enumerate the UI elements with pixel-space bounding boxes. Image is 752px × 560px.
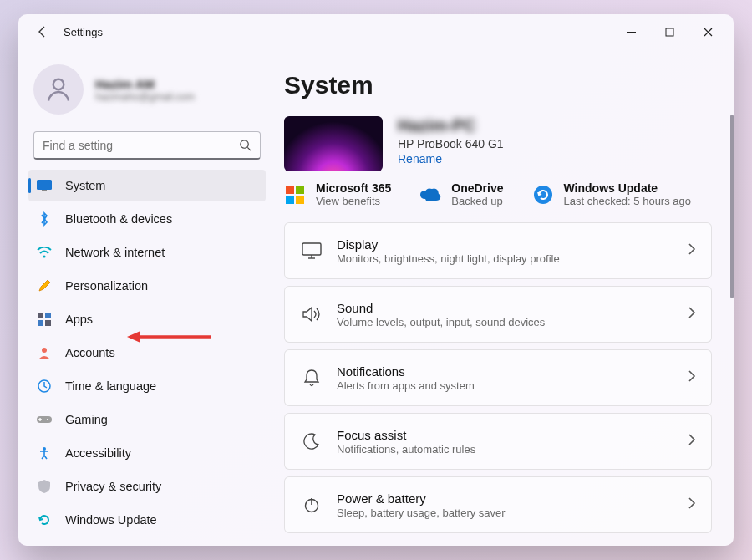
sidebar-item-label: Bluetooth & devices [65, 212, 172, 226]
svg-rect-20 [296, 196, 304, 204]
back-button[interactable] [28, 18, 57, 46]
svg-rect-18 [296, 186, 304, 194]
update-circle-icon [532, 184, 554, 206]
chevron-right-icon [688, 243, 696, 258]
system-icon [37, 178, 52, 193]
svg-point-7 [43, 255, 45, 257]
sidebar-item-label: Personalization [65, 279, 148, 293]
sidebar-item-accessibility[interactable]: Accessibility [28, 437, 266, 469]
minimize-icon [627, 28, 636, 37]
search-icon [239, 139, 252, 151]
settings-window: Settings Hazim AM hazimaho@gmail.com [18, 14, 734, 546]
globe-clock-icon [37, 379, 52, 394]
svg-point-12 [42, 348, 47, 353]
quicklink-microsoft365[interactable]: Microsoft 365View benefits [284, 181, 391, 207]
pc-summary: Hazim-PC HP ProBook 640 G1 Rename [284, 116, 712, 171]
wallpaper-thumb [284, 116, 383, 171]
onedrive-icon [419, 184, 441, 206]
svg-rect-6 [42, 190, 47, 191]
sidebar-item-gaming[interactable]: Gaming [28, 404, 266, 435]
search-input[interactable] [43, 139, 239, 152]
sidebar-item-label: Apps [65, 313, 93, 326]
sidebar-item-label: Privacy & security [65, 480, 161, 493]
svg-line-4 [247, 147, 251, 150]
quicklink-sub: Backed up [451, 195, 503, 207]
close-icon [704, 28, 713, 37]
sidebar-item-label: Accounts [65, 346, 115, 359]
sidebar: Hazim AM hazimaho@gmail.com System Bluet… [18, 49, 276, 546]
quicklink-sub: Last checked: 5 hours ago [564, 195, 692, 207]
sidebar-item-accounts[interactable]: Accounts [28, 337, 266, 369]
back-arrow-icon [36, 25, 49, 38]
sidebar-item-bluetooth[interactable]: Bluetooth & devices [28, 203, 266, 235]
card-sound[interactable]: SoundVolume levels, output, input, sound… [284, 286, 712, 343]
card-sub: Volume levels, output, input, sound devi… [337, 316, 545, 328]
chevron-right-icon [688, 370, 696, 385]
card-focus-assist[interactable]: Focus assistNotifications, automatic rul… [284, 413, 712, 470]
pc-name: Hazim-PC [398, 116, 504, 135]
pc-info: Hazim-PC HP ProBook 640 G1 Rename [398, 116, 504, 165]
svg-rect-22 [302, 243, 321, 255]
svg-point-3 [241, 140, 248, 148]
profile-email: hazimaho@gmail.com [95, 91, 195, 103]
rename-link[interactable]: Rename [398, 152, 504, 165]
moon-icon [297, 433, 327, 450]
card-title: Display [337, 237, 560, 252]
card-display[interactable]: DisplayMonitors, brightness, night light… [284, 222, 712, 279]
card-notifications[interactable]: NotificationsAlerts from apps and system [284, 349, 712, 406]
svg-point-15 [47, 419, 48, 420]
bluetooth-icon [37, 211, 52, 227]
card-sub: Notifications, automatic rules [337, 443, 475, 456]
chevron-right-icon [688, 434, 696, 449]
quicklink-onedrive[interactable]: OneDriveBacked up [419, 181, 503, 207]
person-icon [43, 74, 74, 104]
chevron-right-icon [688, 307, 696, 322]
accessibility-icon [37, 445, 52, 461]
svg-rect-19 [286, 196, 294, 204]
profile-name: Hazim AM [95, 77, 195, 91]
card-title: Power & battery [337, 491, 506, 506]
sidebar-item-system[interactable]: System [28, 170, 266, 201]
card-power-battery[interactable]: Power & batterySleep, battery usage, bat… [284, 476, 712, 533]
minimize-button[interactable] [612, 18, 650, 45]
scrollbar-thumb[interactable] [730, 115, 734, 298]
sidebar-item-apps[interactable]: Apps [28, 303, 266, 335]
profile-block[interactable]: Hazim AM hazimaho@gmail.com [18, 49, 276, 123]
sidebar-item-network[interactable]: Network & internet [28, 237, 266, 268]
sidebar-item-time-language[interactable]: Time & language [28, 370, 266, 402]
main-panel: System Hazim-PC HP ProBook 640 G1 Rename… [276, 49, 734, 546]
sidebar-item-label: Network & internet [65, 246, 165, 259]
bell-icon [297, 369, 327, 387]
update-icon [37, 512, 52, 527]
sidebar-item-personalization[interactable]: Personalization [28, 270, 266, 302]
card-title: Notifications [337, 364, 475, 379]
sidebar-nav: System Bluetooth & devices Network & int… [18, 170, 276, 537]
shield-icon [37, 479, 52, 494]
svg-rect-1 [666, 28, 673, 36]
card-sub: Monitors, brightness, night light, displ… [337, 252, 560, 265]
window-title: Settings [64, 26, 103, 38]
brush-icon [37, 278, 52, 293]
chevron-right-icon [688, 497, 696, 512]
apps-icon [37, 312, 52, 327]
quicklink-title: OneDrive [451, 181, 503, 195]
search-box[interactable] [33, 131, 261, 160]
close-button[interactable] [688, 18, 727, 45]
power-icon [297, 496, 327, 513]
card-sub: Alerts from apps and system [337, 379, 475, 392]
quicklinks-row: Microsoft 365View benefits OneDriveBacke… [284, 181, 712, 207]
sidebar-item-privacy[interactable]: Privacy & security [28, 471, 266, 502]
quicklink-title: Microsoft 365 [316, 181, 391, 195]
quicklink-windows-update[interactable]: Windows UpdateLast checked: 5 hours ago [532, 181, 692, 207]
card-title: Sound [337, 301, 545, 315]
quicklink-title: Windows Update [564, 181, 692, 195]
maximize-button[interactable] [650, 18, 688, 45]
svg-rect-10 [38, 320, 43, 326]
card-sub: Sleep, battery usage, battery saver [337, 507, 506, 519]
account-icon [37, 345, 52, 360]
sidebar-item-label: Gaming [65, 413, 108, 426]
avatar [33, 64, 84, 115]
titlebar: Settings [18, 14, 734, 49]
pc-model: HP ProBook 640 G1 [398, 137, 504, 150]
sidebar-item-windows-update[interactable]: Windows Update [28, 504, 266, 536]
